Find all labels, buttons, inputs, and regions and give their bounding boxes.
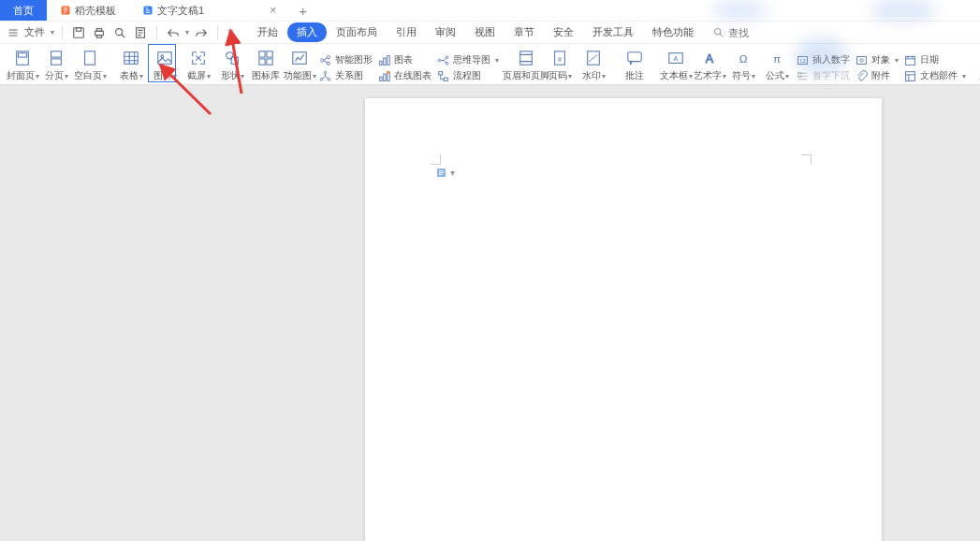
btn-date[interactable]: 日期 — [904, 53, 966, 66]
comment-icon — [626, 50, 643, 66]
equation-icon: π — [768, 50, 785, 66]
divider — [156, 26, 157, 39]
btn-picture[interactable]: 图片▾ — [149, 50, 181, 84]
btn-relation[interactable]: 关系图 — [319, 69, 373, 82]
table-icon — [123, 50, 139, 66]
btn-watermark[interactable]: 水印▾ — [578, 50, 609, 84]
btn-docparts[interactable]: 文档部件▾ — [904, 69, 966, 82]
svg-rect-47 — [628, 52, 641, 62]
tab-template[interactable]: 稻壳模板 — [47, 0, 129, 21]
btn-pagebreak[interactable]: 分页▾ — [40, 50, 72, 84]
maintab-layout[interactable]: 页面布局 — [327, 22, 387, 42]
svg-rect-41 — [439, 71, 443, 74]
svg-rect-22 — [259, 59, 265, 65]
btn-cover[interactable]: 封面页▾ — [7, 50, 38, 84]
svg-rect-2 — [74, 27, 84, 37]
svg-rect-35 — [384, 74, 386, 80]
margin-marker-tr — [801, 154, 812, 165]
maintab-section[interactable]: 章节 — [505, 22, 544, 42]
btn-textbox[interactable]: A文本框▾ — [660, 50, 692, 84]
maintab-dev[interactable]: 开发工具 — [583, 22, 643, 42]
svg-point-18 — [227, 52, 233, 59]
lbl: 智能图形 — [335, 53, 373, 66]
btn-chart[interactable]: 图表 — [378, 53, 431, 66]
preview-icon[interactable] — [111, 24, 128, 41]
svg-point-38 — [438, 59, 440, 61]
svg-point-7 — [116, 28, 123, 35]
cover-icon — [14, 50, 31, 66]
tab-document[interactable]: 文字文稿1 × — [129, 0, 289, 21]
btn-pageno[interactable]: #页码▾ — [544, 50, 576, 84]
svg-text:#: # — [558, 55, 562, 64]
svg-text:A: A — [706, 52, 714, 66]
btn-blankpage[interactable]: 空白页▾ — [74, 50, 106, 84]
maintab-review[interactable]: 审阅 — [426, 22, 465, 42]
svg-rect-16 — [158, 52, 171, 65]
document-page[interactable]: ▾ — [365, 98, 882, 541]
lbl: 截屏 — [187, 69, 206, 82]
svg-point-9 — [714, 28, 721, 35]
btn-screenshot[interactable]: 截屏▾ — [183, 50, 214, 84]
svg-text:Ω: Ω — [739, 52, 748, 65]
tab-document-label: 文字文稿1 — [157, 4, 204, 18]
svg-rect-42 — [444, 78, 447, 80]
btn-iconlib[interactable]: 图标库 — [250, 50, 282, 84]
redo-icon[interactable] — [193, 24, 210, 41]
doc-icon[interactable] — [132, 24, 149, 41]
btn-attachment[interactable]: 附件 — [856, 69, 899, 82]
search-input[interactable] — [728, 27, 773, 38]
svg-rect-21 — [267, 51, 272, 57]
tab-add[interactable]: + — [289, 0, 316, 21]
tab-home[interactable]: 首页 — [0, 0, 47, 21]
svg-text:π: π — [773, 52, 781, 65]
screenshot-icon — [190, 50, 207, 66]
blank-icon — [81, 50, 98, 66]
btn-funcplot[interactable]: 功能图▾ — [284, 50, 315, 84]
btn-smartart[interactable]: 智能图形 — [319, 53, 373, 66]
btn-table[interactable]: 表格▾ — [115, 50, 147, 84]
lbl: 功能图 — [284, 69, 312, 82]
lbl: 封面页 — [7, 69, 35, 82]
maintab-view[interactable]: 视图 — [465, 22, 505, 42]
tab-template-label: 稻壳模板 — [75, 4, 116, 18]
svg-point-28 — [324, 71, 326, 73]
svg-rect-4 — [95, 31, 104, 35]
close-icon[interactable]: × — [270, 4, 276, 17]
lbl: 表格 — [120, 69, 139, 82]
svg-rect-12 — [51, 51, 62, 57]
maintab-special[interactable]: 特色功能 — [643, 22, 703, 42]
watermark-icon — [585, 50, 602, 66]
file-menu[interactable]: 文件 — [24, 25, 45, 39]
btn-object[interactable]: 对象▾ — [856, 53, 899, 66]
lbl: 形状 — [221, 69, 240, 82]
maintab-ref[interactable]: 引用 — [387, 22, 426, 42]
picture-icon — [156, 50, 173, 66]
svg-rect-31 — [380, 61, 382, 65]
search-box[interactable] — [712, 26, 773, 38]
btn-equation[interactable]: π公式▾ — [761, 50, 793, 84]
undo-icon[interactable] — [165, 24, 182, 41]
svg-rect-23 — [267, 59, 272, 65]
save-icon[interactable] — [70, 24, 87, 41]
btn-shape[interactable]: 形状▾ — [216, 50, 248, 84]
document-icon — [142, 5, 154, 16]
btn-onlinechart[interactable]: 在线图表 — [378, 69, 431, 82]
print-icon[interactable] — [91, 24, 108, 41]
maintab-start[interactable]: 开始 — [248, 22, 287, 42]
btn-headerfooter[interactable]: 页眉和页脚 — [510, 50, 542, 84]
lbl: 文本框 — [660, 69, 688, 82]
btn-flowchart[interactable]: 流程图 — [437, 69, 499, 82]
wordart-icon: A — [701, 50, 718, 66]
btn-mindmap[interactable]: 思维导图▾ — [437, 53, 499, 66]
lbl: 流程图 — [453, 69, 481, 82]
btn-comment[interactable]: 批注 — [619, 50, 651, 84]
svg-rect-11 — [19, 53, 27, 58]
lbl: 批注 — [625, 69, 644, 82]
menu-icon[interactable] — [7, 27, 19, 38]
btn-wordart[interactable]: A艺术字▾ — [694, 50, 725, 84]
btn-symbol[interactable]: Ω符号▾ — [727, 50, 759, 84]
svg-rect-3 — [76, 27, 80, 31]
lbl: 符号 — [732, 69, 751, 82]
maintab-security[interactable]: 安全 — [544, 22, 583, 42]
maintab-insert[interactable]: 插入 — [287, 22, 327, 42]
